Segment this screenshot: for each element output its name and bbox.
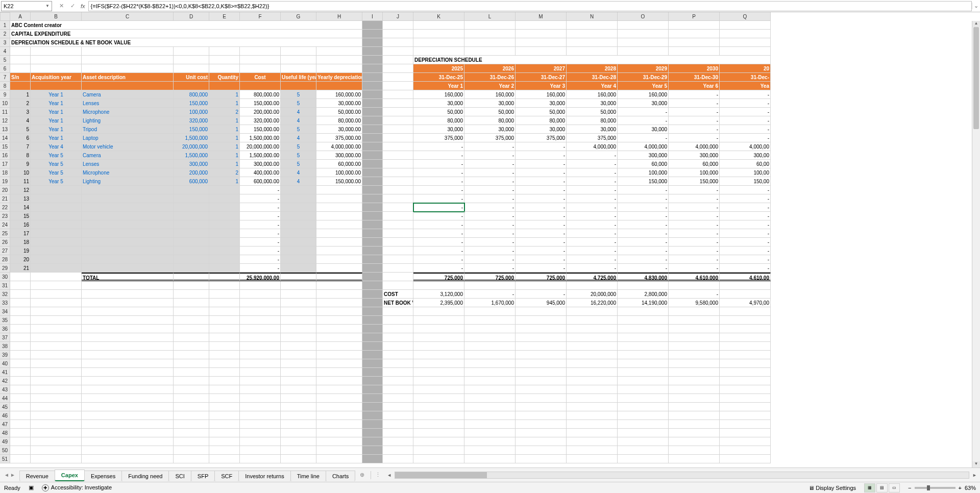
- cell[interactable]: [209, 316, 240, 325]
- qty[interactable]: 2: [209, 168, 240, 177]
- cell[interactable]: [316, 385, 362, 394]
- dep-val[interactable]: -: [669, 108, 720, 116]
- year-col[interactable]: 2026: [464, 64, 516, 73]
- unit-cost[interactable]: 150,000: [174, 99, 209, 108]
- dep-val[interactable]: -: [618, 238, 669, 246]
- cell[interactable]: [316, 437, 362, 446]
- dep-val[interactable]: 4,000,000: [669, 142, 720, 151]
- cost-val[interactable]: [720, 290, 771, 299]
- cell[interactable]: [82, 420, 174, 429]
- scroll-down-icon[interactable]: ▼: [972, 461, 980, 467]
- cell[interactable]: [31, 56, 82, 64]
- cell[interactable]: [174, 264, 209, 273]
- cell[interactable]: [464, 359, 516, 368]
- cell[interactable]: [720, 316, 771, 325]
- cell[interactable]: [669, 437, 720, 446]
- cell[interactable]: [281, 420, 316, 429]
- cell[interactable]: [281, 238, 316, 246]
- year-col[interactable]: 20: [720, 64, 771, 73]
- cell[interactable]: [362, 203, 383, 212]
- column-header[interactable]: G: [281, 12, 316, 21]
- dep-val[interactable]: 30,000: [516, 125, 567, 134]
- dep-val[interactable]: -: [413, 220, 464, 229]
- column-header[interactable]: O: [618, 12, 669, 21]
- cell[interactable]: [174, 446, 209, 455]
- row-header[interactable]: 3: [0, 38, 10, 47]
- cell[interactable]: [464, 446, 516, 455]
- hdr-yearly[interactable]: Yearly depreciation: [316, 73, 362, 82]
- cell[interactable]: [383, 38, 413, 47]
- cell[interactable]: [362, 47, 383, 56]
- cell[interactable]: [281, 47, 316, 56]
- cell[interactable]: [174, 437, 209, 446]
- dep-val[interactable]: -: [669, 246, 720, 255]
- cell[interactable]: [669, 351, 720, 359]
- cell[interactable]: [281, 229, 316, 238]
- cell[interactable]: [281, 377, 316, 385]
- cell[interactable]: [362, 290, 383, 299]
- dep-val[interactable]: -: [413, 264, 464, 273]
- dep-val[interactable]: -: [720, 125, 771, 134]
- yearly-dep[interactable]: 30,000.00: [316, 125, 362, 134]
- cell[interactable]: [464, 47, 516, 56]
- cell[interactable]: [281, 56, 316, 64]
- row-header[interactable]: 38: [0, 342, 10, 351]
- qty[interactable]: 1: [209, 160, 240, 168]
- cell[interactable]: [413, 21, 464, 30]
- cell[interactable]: [31, 455, 82, 463]
- cell[interactable]: [362, 255, 383, 264]
- cell[interactable]: [383, 21, 413, 30]
- cell[interactable]: [413, 333, 464, 342]
- cell[interactable]: [82, 316, 174, 325]
- acq-year[interactable]: Year 5: [31, 168, 82, 177]
- year-label[interactable]: Yea: [720, 82, 771, 90]
- row-header[interactable]: 29: [0, 264, 10, 273]
- cell[interactable]: [316, 359, 362, 368]
- cell[interactable]: [383, 333, 413, 342]
- yearly-dep[interactable]: 300,000.00: [316, 151, 362, 160]
- dep-val[interactable]: -: [567, 246, 618, 255]
- row-header[interactable]: 8: [0, 82, 10, 90]
- cell[interactable]: [383, 316, 413, 325]
- cell[interactable]: [82, 281, 174, 290]
- dep-val[interactable]: -: [413, 246, 464, 255]
- cell[interactable]: [383, 64, 413, 73]
- cell[interactable]: [464, 385, 516, 394]
- cell[interactable]: [413, 394, 464, 403]
- cell[interactable]: [720, 394, 771, 403]
- life[interactable]: 5: [281, 151, 316, 160]
- cell[interactable]: [383, 125, 413, 134]
- cell[interactable]: [669, 368, 720, 377]
- total-label[interactable]: TOTAL: [82, 273, 174, 281]
- acq-year[interactable]: Year 5: [31, 160, 82, 168]
- hdr-life[interactable]: Useful life (years): [281, 73, 316, 82]
- year-label[interactable]: Year 4: [567, 82, 618, 90]
- cell[interactable]: [174, 429, 209, 437]
- dep-val[interactable]: -: [464, 203, 516, 212]
- year-col[interactable]: 2027: [516, 64, 567, 73]
- cell[interactable]: [362, 264, 383, 273]
- row-header[interactable]: 42: [0, 377, 10, 385]
- cost[interactable]: 1,500,000.00: [240, 134, 281, 142]
- dep-val[interactable]: 60,00: [720, 160, 771, 168]
- page-break-view-icon[interactable]: ▭: [889, 483, 900, 492]
- dep-val[interactable]: -: [413, 168, 464, 177]
- asset-desc[interactable]: Lighting: [82, 177, 174, 186]
- cell[interactable]: [669, 325, 720, 333]
- qty[interactable]: 1: [209, 177, 240, 186]
- dep-val[interactable]: -: [618, 108, 669, 116]
- cell[interactable]: [720, 333, 771, 342]
- dep-val[interactable]: -: [618, 220, 669, 229]
- cell[interactable]: [383, 368, 413, 377]
- year-label[interactable]: Year 2: [464, 82, 516, 90]
- row-header[interactable]: 5: [0, 56, 10, 64]
- cell[interactable]: [383, 403, 413, 411]
- zoom-out-icon[interactable]: −: [908, 485, 911, 491]
- hdr-unit[interactable]: Unit cost: [174, 73, 209, 82]
- dep-val[interactable]: 100,000: [618, 168, 669, 177]
- cell[interactable]: [281, 307, 316, 316]
- hdr-cost[interactable]: Cost: [240, 73, 281, 82]
- cell[interactable]: [362, 420, 383, 429]
- dep-val[interactable]: 150,00: [720, 177, 771, 186]
- dep-val[interactable]: -: [413, 151, 464, 160]
